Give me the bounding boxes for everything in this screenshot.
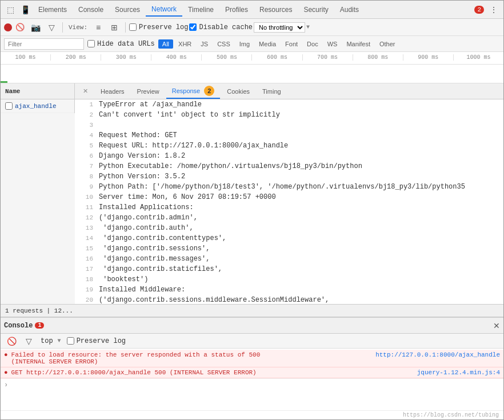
- disable-cache-checkbox[interactable]: Disable cache: [189, 23, 253, 31]
- line-number: 12: [77, 213, 93, 223]
- error-icon-1: ●: [4, 351, 8, 358]
- tab-audits[interactable]: Audits: [334, 3, 365, 16]
- code-line: 6Django Version: 1.8.2: [75, 151, 503, 161]
- tab-resources[interactable]: Resources: [254, 3, 298, 16]
- filter-font[interactable]: Font: [281, 39, 302, 49]
- filter-xhr[interactable]: XHR: [174, 39, 195, 49]
- tick-200ms: 200 ms: [50, 54, 101, 61]
- line-number: 3: [77, 120, 93, 130]
- console-close-button[interactable]: ✕: [493, 321, 500, 330]
- tick-100ms: 100 ms: [1, 54, 50, 61]
- line-number: 9: [77, 182, 93, 192]
- console-error-1: ● Failed to load resource: the server re…: [1, 350, 503, 367]
- tab-timeline[interactable]: Timeline: [182, 3, 219, 16]
- main-content: Name ajax_handle ✕ Headers Preview Respo…: [1, 83, 503, 304]
- detail-tab-headers[interactable]: Headers: [95, 86, 130, 97]
- name-col-label: Name: [5, 88, 20, 95]
- throttle-select[interactable]: No throttling: [254, 22, 305, 33]
- error-link-2[interactable]: jquery-1.12.4.min.js:4: [417, 369, 500, 376]
- tab-sources[interactable]: Sources: [109, 3, 146, 16]
- detail-tab-preview[interactable]: Preview: [131, 86, 165, 97]
- console-clear-icon[interactable]: 🚫: [4, 334, 19, 349]
- detail-tab-timing[interactable]: Timing: [257, 86, 287, 97]
- tab-network[interactable]: Network: [146, 3, 182, 17]
- line-number: 16: [77, 254, 93, 264]
- filter-input[interactable]: [4, 38, 84, 50]
- filter-manifest[interactable]: Manifest: [342, 39, 374, 49]
- request-checkbox[interactable]: [5, 102, 13, 110]
- filter-toolbar: Hide data URLs All XHR JS CSS Img Media …: [1, 36, 503, 52]
- record-button[interactable]: [4, 23, 12, 31]
- detail-panel: ✕ Headers Preview Response 2 Cookies Tim…: [75, 83, 503, 304]
- code-line: 4Request Method: GET: [75, 130, 503, 141]
- filter-doc[interactable]: Doc: [303, 39, 322, 49]
- tick-500ms: 500 ms: [201, 54, 251, 61]
- detail-tab-cookies[interactable]: Cookies: [221, 86, 255, 97]
- filter-icon[interactable]: ▽: [44, 20, 59, 35]
- line-content: Can't convert 'int' object to str implic…: [99, 110, 280, 120]
- status-text: 1 requests | 12...: [5, 307, 73, 314]
- error-link-1[interactable]: http://127.0.0.1:8000/ajax_handle: [375, 351, 500, 358]
- device-icon[interactable]: 📱: [18, 2, 33, 17]
- line-content: 'django.contrib.auth',: [99, 223, 194, 233]
- code-line: 1TypeError at /ajax_handle: [75, 99, 503, 110]
- tab-profiles[interactable]: Profiles: [219, 3, 254, 16]
- code-line: 9Python Path: ['/home/python/bj18/test3'…: [75, 182, 503, 192]
- timeline-progress: [1, 81, 7, 83]
- line-number: 13: [77, 223, 93, 233]
- line-number: 7: [77, 161, 93, 171]
- filter-img[interactable]: Img: [235, 39, 254, 49]
- tab-security[interactable]: Security: [298, 3, 334, 16]
- tick-700ms: 700 ms: [302, 54, 353, 61]
- line-number: 19: [77, 285, 93, 295]
- preserve-log-input[interactable]: [129, 23, 137, 31]
- name-panel: Name ajax_handle: [1, 83, 75, 304]
- console-preserve-input[interactable]: [67, 337, 74, 345]
- preserve-log-checkbox[interactable]: Preserve log: [129, 23, 188, 31]
- filter-media[interactable]: Media: [255, 39, 280, 49]
- error-text-2: GET http://127.0.0.1:8000/ajax_handle 50…: [11, 369, 417, 376]
- line-content: ('django.contrib.sessions.middleware.Ses…: [99, 295, 329, 304]
- line-number: 20: [77, 295, 93, 304]
- filter-all[interactable]: All: [158, 39, 173, 49]
- inspect-icon[interactable]: ⬚: [3, 2, 18, 17]
- line-content: 'django.contrib.sessions',: [99, 243, 210, 254]
- view-group-icon[interactable]: ⊞: [107, 20, 122, 35]
- separator: [62, 22, 63, 33]
- more-options-icon[interactable]: ⋮: [486, 2, 501, 17]
- tab-close-x[interactable]: ✕: [77, 86, 94, 97]
- filter-css[interactable]: CSS: [213, 39, 234, 49]
- code-line: 18 'booktest'): [75, 274, 503, 285]
- response-content: 1TypeError at /ajax_handle2Can't convert…: [75, 99, 503, 304]
- camera-icon[interactable]: 📷: [28, 20, 43, 35]
- console-preserve-log[interactable]: Preserve log: [67, 337, 126, 345]
- tick-1000ms: 1000 ms: [453, 54, 503, 61]
- devtools-tab-bar: ⬚ 📱 Elements Console Sources Network Tim…: [1, 1, 503, 19]
- line-content: 'django.contrib.staticfiles',: [99, 264, 222, 274]
- hide-data-urls-checkbox[interactable]: Hide data URLs: [87, 40, 155, 48]
- error-badge: 2: [474, 6, 484, 14]
- tab-console[interactable]: Console: [73, 3, 109, 16]
- watermark: https://blog.csdn.net/tubing: [1, 410, 503, 419]
- filter-ws[interactable]: WS: [323, 39, 342, 49]
- tick-300ms: 300 ms: [101, 54, 151, 61]
- tab-elements[interactable]: Elements: [33, 3, 73, 16]
- detail-tab-response[interactable]: Response 2: [166, 84, 221, 99]
- request-item-ajax-handle[interactable]: ajax_handle: [1, 99, 74, 113]
- filter-js[interactable]: JS: [197, 39, 212, 49]
- filter-other[interactable]: Other: [375, 39, 399, 49]
- line-number: 18: [77, 274, 93, 285]
- line-content: 'django.contrib.messages',: [99, 254, 210, 264]
- line-number: 17: [77, 264, 93, 274]
- line-content: Python Path: ['/home/python/bj18/test3',…: [99, 182, 465, 192]
- view-list-icon[interactable]: ≡: [91, 20, 106, 35]
- console-toolbar: 🚫 ▽ top ▼ Preserve log: [1, 334, 503, 349]
- hide-data-urls-label: Hide data URLs: [97, 40, 155, 48]
- disable-cache-input[interactable]: [189, 23, 197, 31]
- line-number: 6: [77, 151, 93, 161]
- view-label: View:: [66, 23, 90, 32]
- console-filter-icon[interactable]: ▽: [21, 334, 36, 349]
- clear-button[interactable]: 🚫: [13, 22, 27, 33]
- hide-data-urls-input[interactable]: [87, 40, 95, 47]
- error-text-1: Failed to load resource: the server resp…: [11, 351, 376, 365]
